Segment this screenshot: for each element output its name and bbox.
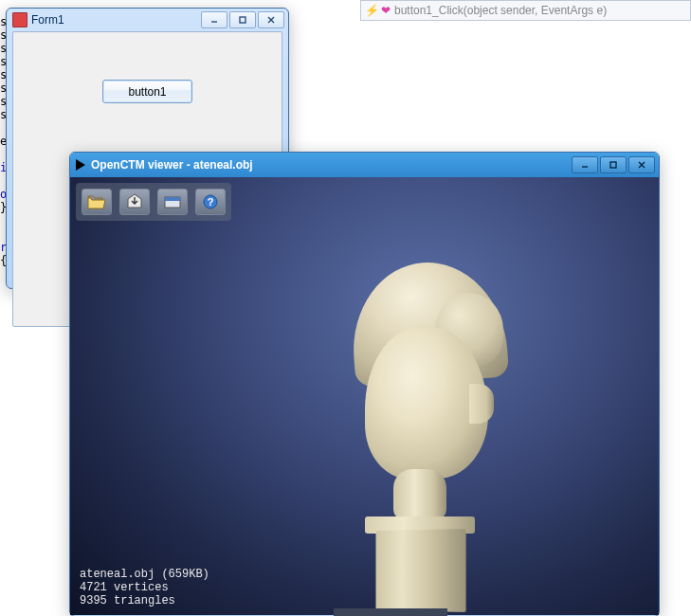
form-app-icon [12, 12, 27, 27]
open-file-button[interactable] [82, 189, 112, 215]
openctm-titlebar[interactable]: OpenCTM viewer - ateneal.obj [70, 153, 659, 177]
svg-rect-9 [165, 197, 180, 201]
svg-text:?: ? [208, 196, 214, 208]
partial-window-edge [334, 608, 447, 616]
button1[interactable]: button1 [102, 80, 192, 103]
maximize-button[interactable] [229, 11, 256, 28]
openctm-title: OpenCTM viewer - ateneal.obj [91, 158, 572, 172]
snapshot-button[interactable] [157, 189, 188, 215]
lightning-icon: ⚡ [365, 4, 379, 17]
minimize-button[interactable] [201, 11, 227, 28]
save-file-button[interactable] [119, 189, 150, 215]
method-signature: button1_Click(object sender, EventArgs e… [394, 4, 607, 17]
ide-member-dropdown[interactable]: ⚡ ❤ button1_Click(object sender, EventAr… [360, 0, 691, 21]
openctm-client-area: ? ateneal.obj (659KB) 4721 vertices 9395… [70, 177, 659, 615]
viewport-3d[interactable] [70, 177, 659, 615]
help-button[interactable]: ? [195, 189, 226, 215]
event-icon: ❤ [381, 4, 391, 17]
svg-rect-1 [240, 17, 245, 23]
openctm-app-icon [76, 159, 85, 171]
close-button[interactable] [628, 156, 655, 173]
svg-rect-5 [610, 162, 616, 168]
openctm-window[interactable]: OpenCTM viewer - ateneal.obj [69, 152, 660, 616]
openctm-toolbar: ? [76, 183, 231, 221]
close-button[interactable] [258, 11, 284, 28]
form1-title: Form1 [31, 13, 201, 27]
minimize-button[interactable] [572, 156, 598, 173]
model-bust [302, 232, 549, 611]
model-stats: ateneal.obj (659KB) 4721 vertices 9395 t… [80, 568, 209, 607]
form1-titlebar[interactable]: Form1 [7, 9, 288, 31]
maximize-button[interactable] [600, 156, 627, 173]
